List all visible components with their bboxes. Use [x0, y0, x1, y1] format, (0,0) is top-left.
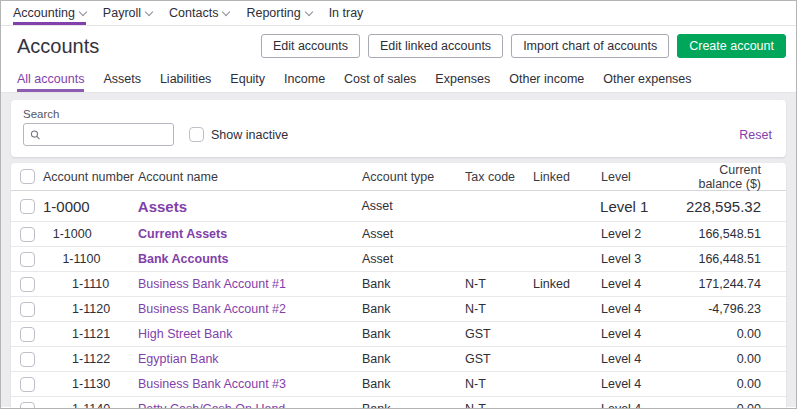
page-title: Accounts: [17, 35, 99, 58]
edit-linked-accounts-button[interactable]: Edit linked accounts: [368, 34, 503, 58]
header-linked: Linked: [533, 170, 601, 184]
row-checkbox[interactable]: [20, 199, 35, 214]
account-name-link[interactable]: Assets: [138, 198, 187, 215]
show-inactive-checkbox[interactable]: Show inactive: [189, 127, 288, 142]
row-checkbox[interactable]: [20, 402, 35, 410]
reset-link[interactable]: Reset: [739, 128, 772, 142]
account-number-cell: 1-1110: [43, 277, 138, 291]
table-row: 1-1140Petty Cash/Cash On HandBankN-TLeve…: [11, 397, 786, 409]
account-name-cell: Assets: [138, 198, 362, 215]
account-number-cell: 1-1122: [43, 352, 138, 366]
account-name-link[interactable]: Business Bank Account #2: [138, 302, 286, 316]
nav-item-contacts[interactable]: Contacts: [169, 1, 229, 25]
edit-accounts-button[interactable]: Edit accounts: [261, 34, 360, 58]
current-balance-cell: 0.00: [687, 352, 786, 366]
tab-cost-of-sales[interactable]: Cost of sales: [344, 66, 416, 92]
table-row: 1-1130Business Bank Account #3BankN-TLev…: [11, 372, 786, 397]
table-row: 1-1120Business Bank Account #2BankN-TLev…: [11, 297, 786, 322]
account-name-link[interactable]: Egyptian Bank: [138, 352, 219, 366]
current-balance-cell: 0.00: [687, 377, 786, 391]
tab-expenses[interactable]: Expenses: [435, 66, 490, 92]
header-account-type: Account type: [362, 170, 465, 184]
level-cell: Level 4: [601, 327, 687, 341]
header-account-name: Account name: [138, 170, 362, 184]
import-chart-of-accounts-button[interactable]: Import chart of accounts: [511, 34, 669, 58]
tax-code-cell: N-T: [465, 402, 533, 409]
row-checkbox[interactable]: [20, 377, 35, 392]
nav-item-label: Reporting: [246, 6, 300, 20]
account-name-link[interactable]: Petty Cash/Cash On Hand: [138, 402, 285, 409]
nav-item-label: Accounting: [13, 6, 75, 20]
level-cell: Level 4: [601, 352, 687, 366]
tab-liabilities[interactable]: Liabilities: [160, 66, 211, 92]
tab-equity[interactable]: Equity: [230, 66, 265, 92]
row-checkbox[interactable]: [20, 327, 35, 342]
current-balance-cell: 0.00: [687, 327, 786, 341]
create-account-button[interactable]: Create account: [677, 34, 786, 58]
row-checkbox-cell: [11, 352, 43, 367]
tax-code-cell: N-T: [465, 277, 533, 291]
row-checkbox[interactable]: [20, 252, 35, 267]
nav-item-in-tray[interactable]: In tray: [329, 1, 364, 25]
account-name-link[interactable]: Business Bank Account #1: [138, 277, 286, 291]
account-number-cell: 1-1100: [43, 252, 138, 266]
table-row: 1-1122Egyptian BankBankGSTLevel 40.00: [11, 347, 786, 372]
current-balance-cell: 0.00: [687, 402, 786, 409]
nav-item-accounting[interactable]: Accounting: [13, 1, 86, 25]
level-cell: Level 1: [600, 198, 686, 215]
account-type-cell: Bank: [362, 377, 465, 391]
row-checkbox-cell: [11, 327, 43, 342]
current-balance-cell: 171,244.74: [687, 277, 786, 291]
app-window: AccountingPayrollContactsReportingIn tra…: [0, 0, 797, 409]
tax-code-cell: GST: [465, 352, 533, 366]
row-checkbox[interactable]: [20, 227, 35, 242]
row-checkbox[interactable]: [20, 352, 35, 367]
row-checkbox-cell: [11, 377, 43, 392]
row-checkbox-cell: [11, 227, 43, 242]
header-actions: Edit accountsEdit linked accountsImport …: [261, 34, 786, 58]
tax-code-cell: GST: [465, 327, 533, 341]
account-name-link[interactable]: Current Assets: [138, 227, 227, 241]
level-cell: Level 4: [601, 402, 687, 409]
account-name-link[interactable]: Business Bank Account #3: [138, 377, 286, 391]
account-name-link[interactable]: High Street Bank: [138, 327, 233, 341]
tab-all-accounts[interactable]: All accounts: [17, 66, 84, 92]
level-cell: Level 3: [601, 252, 687, 266]
header-tax-code: Tax code: [465, 170, 533, 184]
filter-band: Search Show inactive Reset: [1, 93, 796, 163]
tab-assets[interactable]: Assets: [103, 66, 141, 92]
account-number-cell: 1-1121: [43, 327, 138, 341]
account-type-cell: Bank: [362, 327, 465, 341]
tab-other-income[interactable]: Other income: [509, 66, 584, 92]
filter-card: Search Show inactive Reset: [11, 100, 786, 157]
account-number-cell: 1-1130: [43, 377, 138, 391]
row-checkbox[interactable]: [20, 277, 35, 292]
search-input-box[interactable]: [23, 123, 174, 146]
nav-item-label: Contacts: [169, 6, 218, 20]
header-current-balance: Current balance ($): [687, 163, 786, 191]
account-type-cell: Bank: [362, 277, 465, 291]
account-name-link[interactable]: Bank Accounts: [138, 252, 229, 266]
account-name-cell: Business Bank Account #3: [138, 377, 362, 391]
checkbox-icon[interactable]: [189, 127, 204, 142]
select-all-checkbox[interactable]: [20, 169, 35, 184]
tabs-bar: All accountsAssetsLiabilitiesEquityIncom…: [1, 66, 796, 93]
tab-other-expenses[interactable]: Other expenses: [603, 66, 691, 92]
search-icon: [30, 129, 41, 141]
header-level: Level: [601, 170, 687, 184]
search-input[interactable]: [45, 128, 167, 142]
level-cell: Level 4: [601, 302, 687, 316]
tab-income[interactable]: Income: [284, 66, 325, 92]
current-balance-cell: -4,796.23: [687, 302, 786, 316]
nav-item-payroll[interactable]: Payroll: [103, 1, 152, 25]
chevron-down-icon: [222, 7, 230, 15]
account-name-cell: Petty Cash/Cash On Hand: [138, 402, 362, 409]
row-checkbox[interactable]: [20, 302, 35, 317]
account-number-cell: 1-0000: [43, 198, 138, 215]
account-type-cell: Bank: [362, 302, 465, 316]
account-type-cell: Bank: [362, 352, 465, 366]
nav-item-reporting[interactable]: Reporting: [246, 1, 311, 25]
table-row: 1-1110Business Bank Account #1BankN-TLin…: [11, 272, 786, 297]
account-name-cell: High Street Bank: [138, 327, 362, 341]
account-type-cell: Asset: [362, 227, 465, 241]
